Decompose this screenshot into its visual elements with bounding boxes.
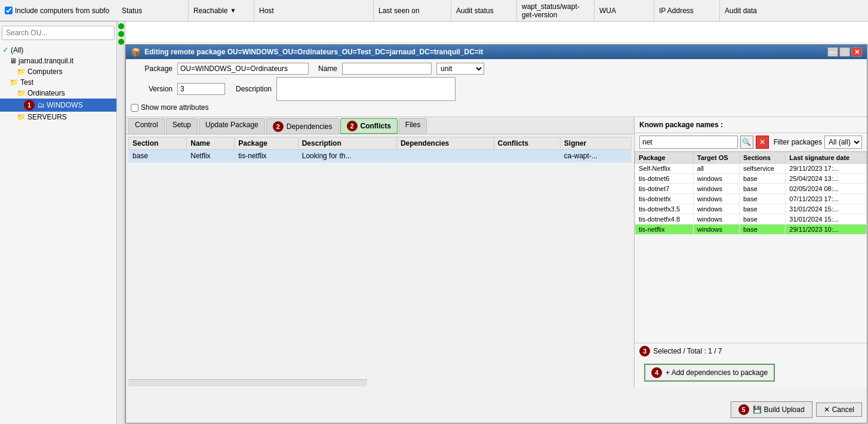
add-dependencies-button[interactable]: 4 + Add dependencies to package — [644, 364, 775, 382]
col-audit-status[interactable]: Audit status — [451, 0, 517, 21]
col-package: Package — [235, 137, 298, 150]
filter-select[interactable]: All (all) — [824, 136, 862, 149]
kp-cell-package: tis-dotnet7 — [635, 184, 694, 194]
kp-cell-date: 07/11/2023 17:... — [786, 194, 867, 204]
col-last-seen[interactable]: Last seen on — [374, 0, 451, 21]
kp-cell-date: 29/11/2023 10:... — [786, 225, 867, 235]
tab-files[interactable]: Files — [399, 118, 427, 134]
include-computers-checkbox[interactable] — [5, 7, 13, 14]
cancel-icon: ✕ — [824, 405, 830, 414]
sidebar-item-ordinateurs[interactable]: 📁 Ordinateurs — [0, 88, 116, 99]
list-item[interactable]: Self-Netflixallselfservice29/11/2023 17:… — [635, 164, 867, 174]
package-label: Package — [131, 64, 173, 73]
show-more-label: Show more attributes — [141, 103, 208, 112]
cell-package: tis-netflix — [235, 150, 298, 162]
list-item[interactable]: tis-dotnet7windowsbase02/05/2024 08:... — [635, 184, 867, 194]
step-badge-2: 2 — [273, 121, 284, 132]
col-ip-address[interactable]: IP Address — [654, 0, 720, 21]
add-dependencies-label: + Add dependencies to package — [666, 368, 768, 377]
cell-conflicts — [494, 150, 560, 162]
sidebar-item-jarnaud-label: jarnaud.tranquil.it — [19, 57, 73, 65]
dialog-titlebar: 📦 Editing remote package OU=WINDOWS_OU=O… — [126, 45, 867, 59]
sidebar-item-test[interactable]: 📁 Test — [0, 77, 116, 88]
show-more-checkbox[interactable] — [131, 104, 138, 112]
bottom-buttons: 5 💾 Build Upload ✕ Cancel — [731, 401, 862, 418]
sidebar-item-all[interactable]: ✓ (All) — [0, 44, 116, 56]
name-label: Name — [313, 64, 337, 73]
col-host[interactable]: Host — [254, 0, 374, 21]
sidebar: ✓ (All) 🖥 jarnaud.tranquil.it 📁 Computer… — [0, 21, 117, 424]
kp-cell-date: 02/05/2024 08:... — [786, 184, 867, 194]
status-column — [117, 21, 125, 424]
minimize-button[interactable]: — — [827, 47, 838, 57]
name-input[interactable] — [342, 63, 432, 75]
conflicts-table-container: Section Name Package Description Depende… — [126, 134, 634, 378]
dialog-left-content: Control Setup Update Package 2 Dependenc… — [126, 117, 634, 388]
table-row[interactable]: baseNetflixtis-netflixLooking for th...c… — [129, 150, 632, 162]
sidebar-item-serveurs[interactable]: 📁 SERVEURS — [0, 112, 116, 122]
close-button[interactable]: ✕ — [851, 47, 862, 57]
search-button[interactable]: 🔍 — [740, 136, 753, 149]
kp-cell-target_os: windows — [693, 204, 739, 214]
cancel-button[interactable]: ✕ Cancel — [816, 403, 862, 417]
tab-update-package[interactable]: Update Package — [199, 118, 265, 134]
kp-cell-package: Self-Netflix — [635, 164, 694, 174]
dialog-icon: 📦 — [131, 47, 141, 57]
col-status[interactable]: Status — [117, 0, 189, 21]
tabs-bar: Control Setup Update Package 2 Dependenc… — [126, 117, 634, 134]
build-upload-button[interactable]: 5 💾 Build Upload — [731, 401, 812, 418]
sidebar-item-computers-label: Computers — [27, 67, 63, 76]
list-item[interactable]: tis-dotnetfx4.8windowsbase31/01/2024 15:… — [635, 214, 867, 225]
right-panel: Known package names : 🔍 ✕ Filter package… — [634, 117, 867, 388]
sidebar-item-all-label: (All) — [11, 46, 23, 54]
kp-cell-date: 25/04/2024 13:... — [786, 174, 867, 184]
sidebar-item-jarnaud[interactable]: 🖥 jarnaud.tranquil.it — [0, 56, 116, 66]
status-dot-3 — [118, 39, 124, 45]
col-signer: Signer — [560, 137, 631, 150]
selected-count-text: Selected / Total : 1 / 7 — [653, 347, 722, 355]
list-item[interactable]: tis-dotnetfx3.5windowsbase31/01/2024 15:… — [635, 204, 867, 214]
kp-col-sections: Sections — [739, 152, 785, 164]
kp-cell-sections: selfservice — [739, 164, 785, 174]
col-audit-data[interactable]: Audit data — [720, 0, 839, 21]
tab-control[interactable]: Control — [128, 118, 165, 134]
main-area: 📦 Editing remote package OU=WINDOWS_OU=O… — [117, 21, 868, 424]
list-item[interactable]: tis-netflixwindowsbase29/11/2023 10:... — [635, 225, 867, 235]
clear-search-button[interactable]: ✕ — [756, 136, 769, 149]
sidebar-item-windows[interactable]: 1 🗂 WINDOWS — [0, 99, 116, 112]
cell-description: Looking for th... — [298, 150, 396, 162]
sidebar-item-ordinateurs-label: Ordinateurs — [27, 89, 65, 97]
known-packages-table-container: Package Target OS Sections Last signatur… — [635, 152, 867, 342]
unit-select[interactable]: unit — [436, 63, 484, 75]
step-badge-4: 4 — [651, 367, 662, 378]
package-input[interactable] — [177, 63, 309, 75]
sidebar-item-computers[interactable]: 📁 Computers — [0, 66, 116, 77]
package-search-input[interactable] — [639, 136, 738, 149]
kp-cell-date: 29/11/2023 17:... — [786, 164, 867, 174]
tab-dependencies[interactable]: 2 Dependencies — [266, 118, 339, 134]
kp-cell-target_os: windows — [693, 225, 739, 235]
description-label: Description — [230, 85, 272, 93]
kp-cell-package: tis-netflix — [635, 225, 694, 235]
col-wua[interactable]: WUA — [595, 0, 654, 21]
kp-cell-target_os: windows — [693, 174, 739, 184]
horizontal-scrollbar[interactable] — [128, 379, 367, 386]
col-conflicts-col: Conflicts — [494, 137, 560, 150]
kp-cell-package: tis-dotnetfx — [635, 194, 694, 204]
include-computers-label: Include computers from subfo — [15, 7, 109, 15]
version-input[interactable] — [177, 83, 225, 95]
folder-icon-computers: 📁 — [17, 67, 26, 76]
sidebar-item-test-label: Test — [20, 78, 33, 87]
status-dot-1 — [118, 23, 124, 29]
list-item[interactable]: tis-dotnet6windowsbase25/04/2024 13:... — [635, 174, 867, 184]
step-badge-3: 3 — [639, 346, 650, 357]
col-reachable[interactable]: Reachable▼ — [189, 0, 254, 21]
col-wapt-version[interactable]: wapt_status/wapt-get-version — [517, 0, 595, 21]
description-textarea[interactable] — [276, 77, 455, 101]
list-item[interactable]: tis-dotnetfxwindowsbase07/11/2023 17:... — [635, 194, 867, 204]
tab-setup[interactable]: Setup — [166, 118, 198, 134]
tab-conflicts[interactable]: 2 Conflicts — [340, 118, 398, 134]
maximize-button[interactable]: □ — [839, 47, 850, 57]
search-input[interactable] — [2, 26, 115, 40]
kp-cell-target_os: windows — [693, 184, 739, 194]
